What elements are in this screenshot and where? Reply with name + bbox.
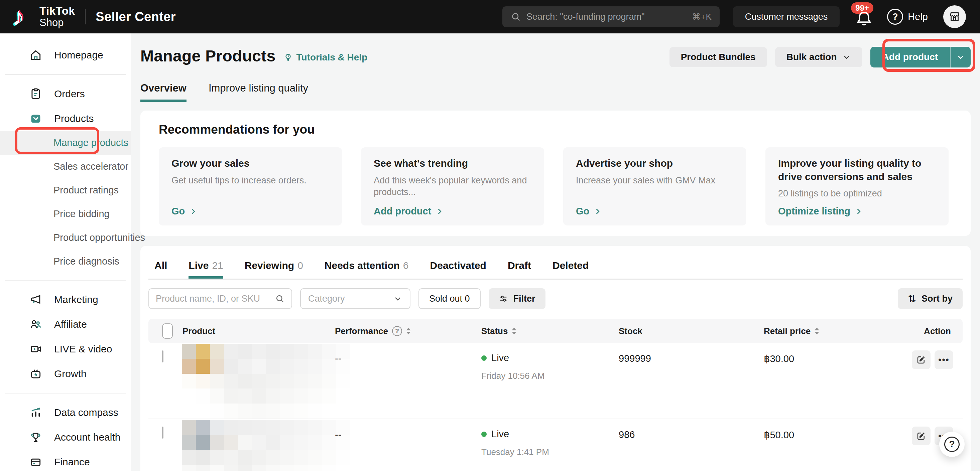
- row-checkbox[interactable]: [162, 427, 164, 439]
- tab-reviewing[interactable]: Reviewing0: [245, 260, 303, 279]
- sort-icon[interactable]: [512, 328, 516, 335]
- card-desc: 20 listings to be optimized: [778, 188, 936, 200]
- table-row: -- Live Tuesday 1:41 PM 986 ฿50.00 •••: [148, 419, 963, 471]
- edit-product-button[interactable]: [912, 427, 931, 445]
- card-title: See what's trending: [374, 157, 531, 170]
- card-action-label: Add product: [374, 206, 431, 217]
- notifications-bell[interactable]: 99+: [854, 4, 876, 29]
- recommendation-card-listing-quality[interactable]: Improve your listing quality to drive co…: [765, 147, 948, 225]
- column-status[interactable]: Status: [481, 319, 516, 343]
- help-menu[interactable]: ? Help: [887, 9, 928, 25]
- sidebar-item-label: Marketing: [54, 294, 98, 305]
- sidebar-item-price-bidding[interactable]: Price bidding: [0, 202, 131, 226]
- sort-arrows-icon: ⇅: [908, 293, 916, 304]
- sidebar-item-products[interactable]: Products: [0, 106, 131, 131]
- global-search-input[interactable]: [527, 12, 687, 22]
- products-panel: All Live21 Reviewing0 Needs attention6 D…: [140, 246, 970, 471]
- tutorials-help-label: Tutorials & Help: [296, 52, 368, 63]
- sidebar-item-affiliate[interactable]: Affiliate: [0, 312, 131, 337]
- recommendations-panel: Recommendations for you Grow your sales …: [140, 111, 970, 236]
- card-action-link[interactable]: Go: [172, 206, 197, 217]
- search-shortcut: ⌘+K: [692, 12, 711, 22]
- sidebar-item-homepage[interactable]: Homepage: [0, 43, 131, 68]
- sidebar: Homepage Orders Products Manage products…: [0, 33, 131, 471]
- status-value: Live: [492, 428, 509, 439]
- chevron-down-icon: [393, 294, 402, 303]
- growth-icon: [29, 368, 42, 380]
- card-action-link[interactable]: Add product: [374, 206, 444, 217]
- product-search-field[interactable]: [148, 288, 292, 309]
- tab-draft[interactable]: Draft: [508, 260, 531, 279]
- sidebar-item-label: Orders: [54, 88, 85, 100]
- card-action-link[interactable]: Optimize listing: [778, 206, 863, 217]
- tab-overview[interactable]: Overview: [140, 82, 186, 102]
- sidebar-item-data-compass[interactable]: Data compass: [0, 400, 131, 425]
- sidebar-item-product-opportunities[interactable]: Product opportunities: [0, 226, 131, 249]
- performance-help-icon[interactable]: ?: [392, 326, 402, 336]
- column-retail-price[interactable]: Retail price: [764, 319, 819, 343]
- performance-value: --: [335, 353, 341, 364]
- sidebar-item-live-video[interactable]: LIVE & video: [0, 337, 131, 362]
- tab-improve-listing-quality[interactable]: Improve listing quality: [208, 82, 308, 102]
- status-value: Live: [492, 352, 509, 363]
- product-bundles-button[interactable]: Product Bundles: [670, 47, 767, 67]
- tab-all[interactable]: All: [154, 260, 167, 279]
- floating-help-button[interactable]: ?: [939, 431, 965, 457]
- category-placeholder: Category: [308, 293, 345, 304]
- sidebar-item-orders[interactable]: Orders: [0, 81, 131, 106]
- table-filters: Category Sold out 0 Filter ⇅ Sort by: [148, 288, 963, 309]
- sidebar-item-account-health[interactable]: Account health: [0, 425, 131, 450]
- bulk-action-button[interactable]: Bulk action: [775, 47, 862, 67]
- recommendation-card-grow-sales[interactable]: Grow your sales Get useful tips to incre…: [159, 147, 342, 225]
- add-product-button[interactable]: Add product: [870, 47, 970, 68]
- sidebar-item-finance[interactable]: Finance: [0, 450, 131, 471]
- add-product-dropdown[interactable]: [950, 47, 970, 68]
- sidebar-item-sales-accelerator[interactable]: Sales accelerator: [0, 155, 131, 178]
- row-checkbox[interactable]: [162, 350, 164, 362]
- product-thumbnail-blurred: [182, 344, 350, 419]
- sidebar-subitem-label: Product ratings: [54, 185, 119, 196]
- status-timestamp: Tuesday 1:41 PM: [481, 447, 549, 457]
- card-action-link[interactable]: Go: [576, 206, 602, 217]
- help-icon: ?: [887, 9, 903, 25]
- recommendation-card-advertise[interactable]: Advertise your shop Increase your sales …: [563, 147, 746, 225]
- sort-icon[interactable]: [815, 328, 819, 335]
- tab-deleted[interactable]: Deleted: [552, 260, 589, 279]
- tab-live[interactable]: Live21: [189, 260, 223, 279]
- sidebar-item-label: Products: [54, 113, 94, 124]
- recommendations-heading: Recommendations for you: [159, 122, 952, 136]
- home-icon: [29, 49, 42, 62]
- product-search-input[interactable]: [156, 293, 275, 304]
- sort-icon[interactable]: [406, 328, 411, 335]
- sidebar-item-growth[interactable]: Growth: [0, 362, 131, 386]
- sidebar-item-marketing[interactable]: Marketing: [0, 287, 131, 312]
- edit-product-button[interactable]: [912, 350, 931, 369]
- tab-needs-attention[interactable]: Needs attention6: [325, 260, 409, 279]
- sidebar-subitem-label: Price bidding: [54, 208, 110, 219]
- sidebar-item-manage-products[interactable]: Manage products: [0, 131, 131, 155]
- sold-out-filter-button[interactable]: Sold out 0: [418, 288, 480, 309]
- sort-by-button[interactable]: ⇅ Sort by: [898, 288, 963, 309]
- global-search[interactable]: ⌘+K: [503, 6, 720, 27]
- live-status-dot: [481, 431, 487, 437]
- filter-button[interactable]: Filter: [488, 288, 546, 309]
- customer-messages-button[interactable]: Customer messages: [733, 6, 840, 27]
- column-performance[interactable]: Performance ?: [335, 319, 411, 343]
- recommendation-card-trending[interactable]: See what's trending Add this week's popu…: [361, 147, 544, 225]
- retail-price-value: ฿30.00: [764, 353, 794, 365]
- tab-deactivated[interactable]: Deactivated: [430, 260, 486, 279]
- card-action-label: Go: [576, 206, 589, 217]
- chevron-right-icon: [593, 207, 602, 216]
- select-all-checkbox[interactable]: [162, 324, 173, 339]
- status-timestamp: Friday 10:56 AM: [481, 371, 544, 381]
- table-row: -- Live Friday 10:56 AM 999999 ฿30.00 ••…: [148, 343, 963, 419]
- sidebar-item-product-ratings[interactable]: Product ratings: [0, 178, 131, 202]
- tutorials-help-link[interactable]: Tutorials & Help: [283, 52, 368, 63]
- tiktok-shop-logo[interactable]: ♪♪♪ TikTok Shop: [12, 3, 75, 30]
- category-select[interactable]: Category: [300, 288, 410, 309]
- sidebar-item-price-diagnosis[interactable]: Price diagnosis: [0, 249, 131, 273]
- card-desc: Get useful tips to increase orders.: [172, 175, 329, 186]
- shop-avatar[interactable]: [943, 5, 966, 28]
- sidebar-item-label: Data compass: [54, 407, 118, 418]
- more-actions-button[interactable]: •••: [935, 350, 953, 369]
